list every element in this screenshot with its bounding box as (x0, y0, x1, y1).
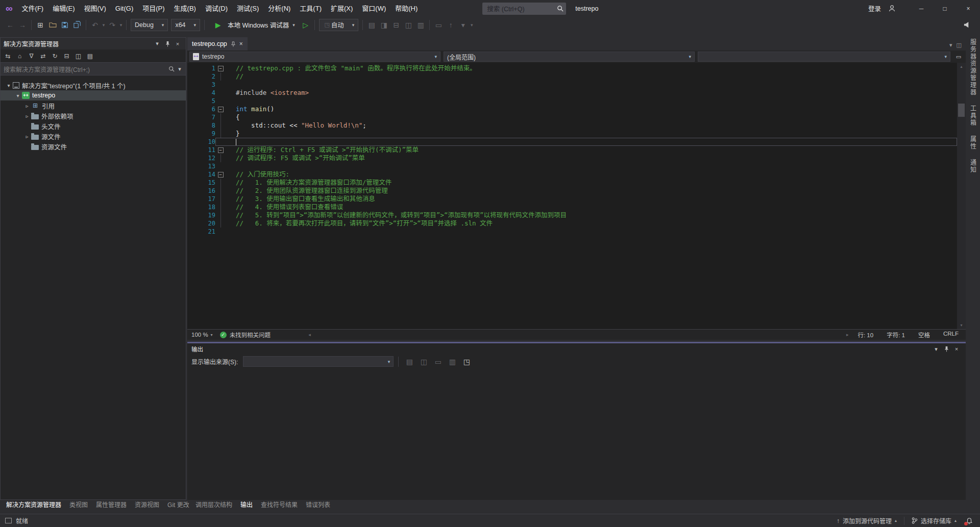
document-tab-testrepo-cpp[interactable]: testrepo.cpp × (187, 37, 248, 51)
bottom-panel-tab-0[interactable]: 调用层次结构 (191, 500, 236, 511)
menu-item-4[interactable]: 项目(P) (138, 0, 169, 17)
collapse-all-icon[interactable]: ⊟ (61, 51, 72, 61)
scroll-up-icon[interactable]: ▴ (957, 63, 966, 70)
sign-in-link[interactable]: 登录 (868, 4, 881, 13)
switch-views-icon[interactable]: ⇆ (3, 51, 13, 61)
expander-icon[interactable]: ▹ (23, 113, 31, 119)
code-editor[interactable]: 1−// testrepo.cpp : 此文件包含 "main" 函数。程序执行… (187, 63, 966, 329)
tree-item[interactable]: ▾解决方案"testrepo"(1 个项目/共 1 个) (1, 80, 186, 90)
fold-collapse-icon[interactable]: − (215, 64, 226, 72)
navigation-bar-options-icon[interactable]: ▭ (953, 52, 964, 61)
sync-with-active-document-icon[interactable]: ⇄ (38, 51, 48, 61)
menu-item-11[interactable]: 窗口(W) (357, 0, 390, 17)
code-line-18[interactable]: 18// 4. 使用错误列表窗口查看错误 (187, 203, 957, 211)
bottom-panel-tab-3[interactable]: 错误列表 (302, 500, 334, 511)
menu-item-9[interactable]: 工具(T) (295, 0, 326, 17)
filter-icon[interactable]: ∇ (26, 51, 37, 61)
minimize-button[interactable]: ─ (910, 0, 933, 17)
right-rail-tab-3[interactable]: 通知 (969, 159, 977, 173)
new-file-icon[interactable]: ⊞ (34, 19, 46, 31)
menu-item-1[interactable]: 编辑(E) (48, 0, 79, 17)
line-ending-indicator[interactable]: CRLF (943, 331, 959, 339)
right-rail-tab-1[interactable]: 工具箱 (969, 105, 977, 127)
chevron-down-icon[interactable]: ▾ (211, 333, 213, 337)
expander-icon[interactable]: ▾ (5, 83, 13, 88)
properties-icon[interactable]: ▤ (85, 51, 95, 61)
fold-collapse-icon[interactable]: − (215, 105, 226, 113)
solution-platform-dropdown[interactable]: x64▾ (171, 19, 200, 31)
code-line-11[interactable]: 11−// 运行程序: Ctrl + F5 或调试 >“开始执行(不调试)”菜单 (187, 146, 957, 154)
scroll-down-icon[interactable]: ▾ (957, 321, 966, 329)
output-content[interactable] (187, 368, 966, 500)
code-line-12[interactable]: 12// 调试程序: F5 或调试 >“开始调试”菜单 (187, 154, 957, 162)
tree-item[interactable]: 资源文件 (1, 141, 186, 152)
tree-item[interactable]: ▹⊞引用 (1, 101, 186, 111)
maximize-button[interactable]: □ (933, 0, 957, 17)
pin-icon[interactable] (231, 41, 236, 47)
code-line-15[interactable]: 15// 1. 使用解决方案资源管理器窗口添加/管理文件 (187, 179, 957, 187)
output-source-dropdown[interactable]: ▾ (243, 356, 394, 367)
code-line-3[interactable]: 3 (187, 81, 957, 89)
code-line-10[interactable]: 10 (187, 138, 957, 146)
menu-item-0[interactable]: 文件(F) (17, 0, 48, 17)
code-line-2[interactable]: 2// (187, 72, 957, 81)
chevron-down-icon[interactable]: ▾ (177, 64, 183, 73)
toolbar-options-icon[interactable]: ▾ (469, 19, 474, 31)
member-dropdown[interactable]: ▾ (698, 52, 950, 62)
code-line-16[interactable]: 16// 2. 使用团队资源管理器窗口连接到源代码管理 (187, 187, 957, 195)
right-rail-tab-0[interactable]: 服务器资源管理器 (969, 39, 977, 96)
caret-line-indicator[interactable]: 行: 10 (857, 331, 873, 339)
hot-reload-mode-dropdown[interactable]: ◳ 自动▾ (319, 19, 359, 31)
solution-configuration-dropdown[interactable]: Debug▾ (131, 19, 168, 31)
solution-explorer-search-box[interactable]: 搜索解决方案资源管理器(Ctrl+;) ▾ (1, 63, 186, 76)
project-dropdown[interactable]: ++ testrepo ▾ (189, 52, 440, 62)
output-header[interactable]: 输出 ▾ × (187, 343, 966, 355)
code-line-1[interactable]: 1−// testrepo.cpp : 此文件包含 "main" 函数。程序执行… (187, 64, 957, 72)
solution-explorer-header[interactable]: 解决方案资源管理器 ▾ × (1, 38, 186, 49)
code-line-7[interactable]: 7{ (187, 113, 957, 121)
search-icon[interactable] (554, 3, 566, 15)
window-position-icon[interactable]: ▾ (931, 344, 941, 354)
quick-search-box[interactable]: 搜索 (Ctrl+Q) (482, 3, 566, 15)
menu-item-2[interactable]: 视图(V) (80, 0, 111, 17)
close-icon[interactable]: × (951, 344, 962, 354)
scope-dropdown[interactable]: (全局范围) ▾ (444, 52, 695, 62)
notifications-bell-icon[interactable] (964, 516, 975, 526)
code-line-14[interactable]: 14−// 入门使用技巧: (187, 170, 957, 179)
close-icon[interactable]: × (173, 39, 183, 48)
open-file-icon[interactable] (46, 19, 59, 31)
close-icon[interactable]: × (239, 40, 243, 47)
menu-item-7[interactable]: 测试(S) (232, 0, 263, 17)
fold-collapse-icon[interactable]: − (215, 146, 226, 154)
home-icon[interactable]: ⌂ (14, 51, 25, 61)
refresh-icon[interactable]: ↻ (50, 51, 60, 61)
menu-item-6[interactable]: 调试(D) (201, 0, 232, 17)
code-line-13[interactable]: 13 (187, 162, 957, 170)
zoom-level[interactable]: 100 % (191, 332, 208, 338)
code-line-17[interactable]: 17// 3. 使用输出窗口查看生成输出和其他消息 (187, 195, 957, 203)
send-feedback-icon[interactable] (961, 19, 973, 31)
select-repository-button[interactable]: 选择存储库 ▴ (908, 516, 961, 525)
code-line-5[interactable]: 5 (187, 97, 957, 105)
save-all-icon[interactable] (71, 19, 83, 31)
menu-item-5[interactable]: 生成(B) (169, 0, 201, 17)
show-all-files-icon[interactable]: ◫ (73, 51, 84, 61)
scroll-right-icon[interactable]: ▸ (846, 332, 849, 337)
add-to-source-control-button[interactable]: ↑ 添加到源代码管理 ▴ (832, 516, 901, 525)
menu-item-3[interactable]: Git(G) (111, 0, 138, 17)
indent-mode-indicator[interactable]: 空格 (918, 331, 930, 339)
pin-icon[interactable] (941, 344, 951, 354)
close-button[interactable]: × (957, 0, 980, 17)
tree-item[interactable]: ▾++testrepo (1, 90, 186, 101)
active-files-dropdown-icon[interactable]: ▾ (949, 42, 952, 48)
left-panel-tab-1[interactable]: 类视图 (65, 500, 92, 511)
window-position-icon[interactable]: ▾ (152, 39, 162, 48)
menu-item-8[interactable]: 分析(N) (263, 0, 295, 17)
start-without-debugging-icon[interactable]: ▷ (300, 19, 312, 31)
left-panel-tab-0[interactable]: 解决方案资源管理器 (2, 500, 65, 511)
task-center-icon[interactable] (5, 518, 12, 523)
code-line-9[interactable]: 9} (187, 130, 957, 138)
right-rail-tab-2[interactable]: 属性 (969, 136, 977, 150)
tree-item[interactable]: ▹源文件 (1, 131, 186, 141)
menu-item-12[interactable]: 帮助(H) (390, 0, 422, 17)
